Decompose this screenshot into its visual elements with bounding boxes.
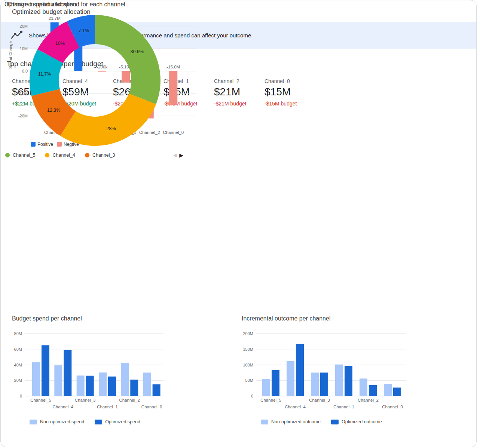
optimized-budget-allocation-card: Optimized budget allocation Shows how mu… — [0, 0, 477, 447]
svg-text:Channel_3: Channel_3 — [309, 398, 330, 402]
legend-prev-icon[interactable]: ◀ — [173, 153, 177, 158]
svg-text:Channel_5: Channel_5 — [260, 398, 281, 402]
svg-text:80M: 80M — [14, 331, 22, 336]
donut-legend: Channel_5Channel_4Channel_3 — [5, 153, 115, 158]
budget-spend-chart-title: Budget spend per channel — [12, 315, 202, 322]
legend-item[interactable]: Channel_4 — [45, 153, 75, 158]
svg-text:0: 0 — [251, 394, 253, 398]
legend-label: Non-optimized outcome — [271, 419, 321, 424]
legend-label: Channel_5 — [13, 153, 35, 158]
svg-text:100M: 100M — [243, 363, 253, 367]
legend-item[interactable]: Channel_5 — [5, 153, 35, 158]
legend-swatch — [261, 420, 268, 424]
legend-label: Channel_4 — [52, 153, 75, 158]
budget-legend: Non-optimized spendOptimized spend — [30, 419, 202, 424]
svg-text:0: 0 — [20, 394, 22, 398]
legend-item[interactable]: Non-optimized outcome — [261, 419, 321, 424]
donut-legend-pager: ◀ ▶ — [173, 152, 183, 158]
svg-text:40M: 40M — [14, 363, 22, 367]
svg-text:12.3%: 12.3% — [47, 108, 60, 113]
legend-item[interactable]: Optimized outcome — [331, 419, 382, 424]
svg-text:Channel_3: Channel_3 — [75, 398, 96, 402]
svg-text:Channel_5: Channel_5 — [30, 398, 51, 402]
legend-label: Channel_3 — [92, 153, 115, 158]
svg-text:20M: 20M — [14, 378, 22, 383]
svg-text:30.9%: 30.9% — [131, 49, 144, 54]
svg-text:Channel_4: Channel_4 — [53, 405, 74, 409]
legend-swatch — [85, 153, 89, 157]
outcome-legend: Non-optimized outcomeOptimized outcome — [261, 419, 432, 424]
svg-text:Channel_4: Channel_4 — [285, 405, 306, 409]
legend-label: Non-optimized spend — [40, 419, 84, 424]
budget-spend-chart: Budget spend per channel 020M40M60M80MCh… — [7, 314, 202, 424]
svg-text:50M: 50M — [245, 378, 253, 383]
channel-name: Channel_2 — [214, 78, 265, 84]
legend-next-icon[interactable]: ▶ — [179, 152, 183, 158]
legend-swatch — [30, 420, 37, 424]
svg-text:Channel_1: Channel_1 — [333, 405, 354, 409]
legend-item[interactable]: Non-optimized spend — [30, 419, 84, 424]
legend-item[interactable]: Optimized spend — [95, 419, 140, 424]
svg-text:Channel_2: Channel_2 — [358, 398, 379, 402]
spend-allocation-chart-title: Optimized spend allocation — [4, 1, 188, 8]
channel-name: Channel_0 — [265, 78, 315, 84]
svg-text:60M: 60M — [14, 347, 22, 352]
svg-text:200M: 200M — [243, 331, 253, 336]
legend-swatch — [331, 420, 339, 424]
svg-text:11.7%: 11.7% — [38, 71, 51, 77]
budget-spend-chart-canvas[interactable]: 020M40M60M80MChannel_5Channel_4Channel_3… — [7, 326, 202, 415]
donut-legend-row: Channel_5Channel_4Channel_3 ◀ ▶ — [1, 152, 188, 158]
spend-allocation-chart: Optimized spend allocation 30.9%28%12.3%… — [1, 0, 188, 158]
svg-text:Channel_1: Channel_1 — [97, 405, 118, 409]
svg-text:10%: 10% — [55, 41, 65, 46]
svg-text:150M: 150M — [243, 347, 253, 352]
channel-spend-value: $21M — [214, 86, 265, 98]
channel-budget-delta: -$21M budget — [214, 101, 265, 107]
legend-swatch — [95, 420, 102, 424]
spend-allocation-donut-canvas[interactable]: 30.9%28%12.3%11.7%10%7.1% — [1, 10, 188, 149]
legend-label: Optimized spend — [105, 419, 140, 424]
incremental-outcome-chart-title: Incremental outcome per channel — [242, 315, 432, 322]
legend-swatch — [5, 153, 10, 157]
svg-text:Channel_2: Channel_2 — [119, 398, 140, 402]
legend-item[interactable]: Channel_3 — [85, 153, 115, 158]
channel-spend-value: $15M — [265, 86, 315, 98]
incremental-outcome-chart: Incremental outcome per channel 050M100M… — [237, 314, 432, 424]
svg-text:Channel_0: Channel_0 — [382, 405, 403, 409]
svg-text:7.1%: 7.1% — [79, 28, 89, 33]
legend-swatch — [45, 153, 49, 157]
incremental-outcome-chart-canvas[interactable]: 050M100M150M200MChannel_5Channel_4Channe… — [237, 326, 432, 415]
svg-text:28%: 28% — [106, 126, 116, 131]
channel-stat-card: Channel_0$15M-$15M budget — [265, 78, 315, 107]
channel-budget-delta: -$15M budget — [265, 101, 315, 107]
channel-stat-card: Channel_2$21M-$21M budget — [214, 78, 265, 107]
svg-text:Channel_0: Channel_0 — [141, 405, 162, 409]
legend-label: Optimized outcome — [342, 419, 382, 424]
